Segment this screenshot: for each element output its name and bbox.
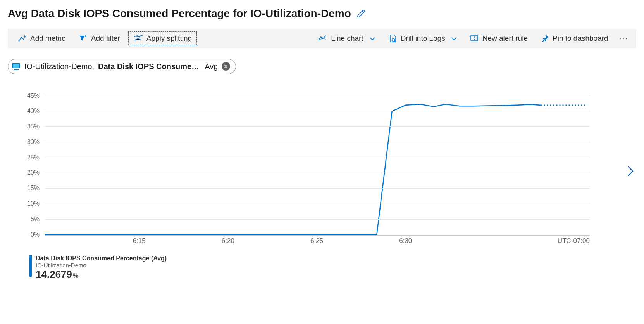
x-axis-tick-label: 6:20 — [222, 237, 234, 245]
chevron-down-icon — [451, 34, 457, 43]
legend-value: 14.2679% — [36, 269, 167, 281]
filter-icon — [79, 35, 87, 42]
drill-into-logs-button[interactable]: Drill into Logs — [384, 32, 461, 45]
chart-type-label: Line chart — [331, 34, 363, 43]
alert-icon — [470, 35, 479, 42]
scroll-right-button[interactable] — [627, 165, 634, 178]
line-chart-icon — [318, 35, 327, 42]
legend-metric-name: Data Disk IOPS Consumed Percentage (Avg) — [36, 255, 167, 262]
x-axis-tick-label: 6:15 — [133, 237, 146, 245]
gridline — [45, 219, 590, 220]
y-axis-tick-label: 40% — [27, 107, 45, 114]
svg-rect-15 — [14, 69, 19, 70]
gridline — [45, 235, 590, 236]
page-title: Avg Data Disk IOPS Consumed Percentage f… — [8, 7, 351, 20]
gridline — [45, 204, 590, 204]
gridline — [45, 158, 590, 158]
chart-type-dropdown[interactable]: Line chart — [313, 32, 379, 45]
pin-to-dashboard-label: Pin to dashboard — [553, 34, 608, 43]
timezone-label: UTC-07:00 — [558, 237, 590, 245]
apply-splitting-label: Apply splitting — [146, 34, 192, 43]
gridline — [45, 126, 590, 127]
logs-icon — [388, 34, 397, 43]
gridline — [45, 188, 590, 189]
chart-plot-area[interactable]: 0%5%10%15%20%25%30%35%40%45% — [45, 96, 590, 235]
svg-point-9 — [392, 38, 394, 41]
svg-rect-14 — [15, 69, 17, 69]
metrics-toolbar: Add metric Add filter Apply splitting Li… — [8, 29, 636, 48]
metric-chip-aggregation: Avg — [205, 62, 218, 71]
add-filter-label: Add filter — [91, 34, 120, 43]
remove-metric-icon[interactable] — [222, 62, 230, 71]
metric-chip-metric: Data Disk IOPS Consume… — [98, 62, 199, 71]
add-metric-icon — [18, 35, 26, 42]
y-axis-tick-label: 30% — [27, 139, 45, 146]
chart-x-axis: UTC-07:00 6:156:206:256:30 — [45, 237, 590, 248]
drill-into-logs-label: Drill into Logs — [401, 34, 445, 43]
legend-item[interactable]: Data Disk IOPS Consumed Percentage (Avg)… — [29, 255, 636, 281]
gridline — [45, 111, 590, 111]
gridline — [45, 173, 590, 173]
chart-line-series — [45, 96, 590, 235]
y-axis-tick-label: 5% — [31, 216, 45, 223]
metrics-chart: 0%5%10%15%20%25%30%35%40%45% UTC-07:00 6… — [8, 96, 636, 248]
y-axis-tick-label: 20% — [27, 169, 45, 176]
gridline — [45, 96, 590, 96]
edit-title-icon[interactable] — [356, 9, 366, 18]
legend-color-swatch — [29, 255, 32, 277]
add-filter-button[interactable]: Add filter — [74, 32, 125, 45]
y-axis-tick-label: 10% — [27, 200, 45, 207]
y-axis-tick-label: 35% — [27, 123, 45, 130]
svg-rect-13 — [13, 64, 19, 68]
new-alert-rule-label: New alert rule — [482, 34, 528, 43]
y-axis-tick-label: 45% — [27, 92, 45, 99]
pin-to-dashboard-button[interactable]: Pin to dashboard — [536, 32, 613, 45]
gridline — [45, 142, 590, 142]
svg-point-11 — [474, 39, 475, 40]
add-metric-label: Add metric — [30, 34, 65, 43]
y-axis-tick-label: 0% — [31, 231, 45, 238]
y-axis-tick-label: 25% — [27, 154, 45, 161]
add-metric-button[interactable]: Add metric — [13, 32, 70, 45]
vm-resource-icon — [12, 62, 21, 71]
apply-splitting-button[interactable]: Apply splitting — [129, 32, 196, 45]
chevron-down-icon — [370, 34, 375, 43]
legend-resource-name: IO-Utilization-Demo — [36, 262, 167, 269]
metric-chip[interactable]: IO-Utilization-Demo, Data Disk IOPS Cons… — [8, 59, 236, 74]
new-alert-rule-button[interactable]: New alert rule — [465, 32, 532, 45]
y-axis-tick-label: 15% — [27, 185, 45, 192]
more-actions-button[interactable]: ··· — [617, 33, 631, 43]
pin-icon — [541, 35, 549, 42]
metric-chip-resource: IO-Utilization-Demo, — [24, 62, 94, 71]
splitting-icon — [133, 35, 143, 42]
x-axis-tick-label: 6:30 — [399, 237, 412, 245]
x-axis-tick-label: 6:25 — [310, 237, 323, 245]
